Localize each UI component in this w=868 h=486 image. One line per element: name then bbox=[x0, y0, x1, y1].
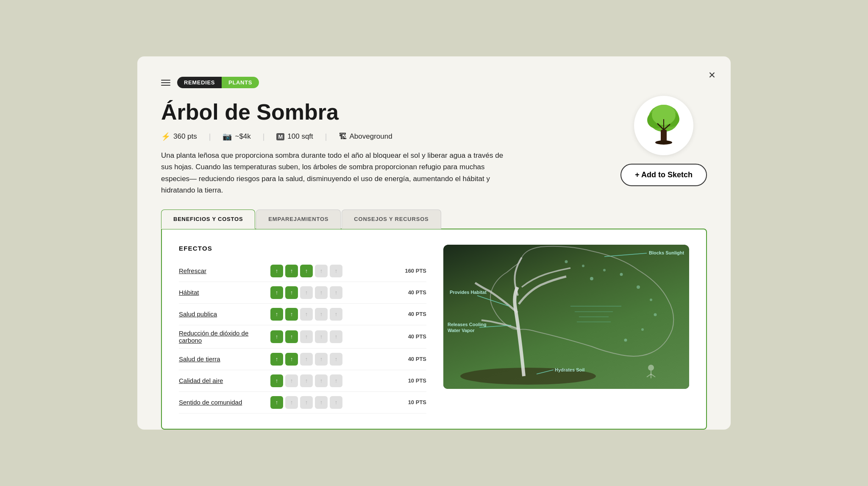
breadcrumb-remedies[interactable]: REMEDIES bbox=[177, 77, 222, 88]
placement-value: Aboveground bbox=[350, 132, 392, 141]
arrow-button[interactable]: ↑ bbox=[285, 396, 298, 409]
svg-point-18 bbox=[582, 265, 584, 267]
breadcrumb-plants[interactable]: PLANTS bbox=[222, 77, 259, 88]
effect-row: Hábitat↑↑↑↑↑40 PTS bbox=[179, 282, 426, 304]
effect-name[interactable]: Salud de tierra bbox=[179, 355, 264, 363]
svg-point-14 bbox=[650, 299, 652, 301]
description-text: Una planta leñosa que proporciona sombra… bbox=[161, 150, 509, 196]
arrows-group: ↑↑↑↑↑ bbox=[270, 308, 394, 321]
effect-name[interactable]: Sentido de comunidad bbox=[179, 399, 264, 406]
arrow-button[interactable]: ↑ bbox=[270, 265, 283, 277]
area-icon: M bbox=[276, 133, 284, 140]
arrow-button[interactable]: ↑ bbox=[270, 353, 283, 366]
svg-point-19 bbox=[565, 260, 568, 263]
effects-list: EFECTOS Refrescar↑↑↑↑↑160 PTSHábitat↑↑↑↑… bbox=[179, 245, 426, 413]
header-left: Árbol de Sombra ⚡ 360 pts | 📷 ~$4k | M 1… bbox=[161, 100, 604, 209]
svg-point-15 bbox=[654, 313, 657, 316]
arrows-group: ↑↑↑↑↑ bbox=[270, 265, 394, 277]
pts-label: 40 PTS bbox=[401, 333, 426, 340]
arrow-button[interactable]: ↑ bbox=[315, 374, 328, 387]
arrow-button[interactable]: ↑ bbox=[315, 265, 328, 277]
tree-svg-icon bbox=[640, 102, 687, 149]
tab-emparejamientos[interactable]: EMPAREJAMIENTOS bbox=[256, 209, 341, 229]
arrow-button[interactable]: ↑ bbox=[300, 330, 313, 343]
svg-point-16 bbox=[641, 328, 644, 331]
arrow-button[interactable]: ↑ bbox=[300, 353, 313, 366]
arrow-button[interactable]: ↑ bbox=[330, 353, 342, 366]
effect-name[interactable]: Calidad del aire bbox=[179, 377, 264, 384]
effect-row: Salud de tierra↑↑↑↑↑40 PTS bbox=[179, 349, 426, 370]
arrow-button[interactable]: ↑ bbox=[300, 308, 313, 321]
tab-beneficios-costos[interactable]: BENEFICIOS Y COSTOS bbox=[161, 209, 255, 229]
arrow-button[interactable]: ↑ bbox=[330, 330, 342, 343]
arrow-button[interactable]: ↑ bbox=[330, 265, 342, 277]
header-row: Árbol de Sombra ⚡ 360 pts | 📷 ~$4k | M 1… bbox=[161, 100, 707, 209]
tabs-row: BENEFICIOS Y COSTOS EMPAREJAMIENTOS CONS… bbox=[161, 209, 707, 229]
arrows-group: ↑↑↑↑↑ bbox=[270, 286, 394, 299]
effect-name[interactable]: Refrescar bbox=[179, 267, 264, 274]
arrow-button[interactable]: ↑ bbox=[330, 396, 342, 409]
pts-label: 40 PTS bbox=[401, 311, 426, 317]
tab-consejos-recursos[interactable]: CONSEJOS Y RECURSOS bbox=[342, 209, 441, 229]
tree-illustration bbox=[634, 96, 693, 155]
effect-row: Calidad del aire↑↑↑↑↑10 PTS bbox=[179, 370, 426, 392]
arrow-button[interactable]: ↑ bbox=[270, 374, 283, 387]
arrow-button[interactable]: ↑ bbox=[330, 374, 342, 387]
pts-label: 10 PTS bbox=[401, 399, 426, 405]
arrow-button[interactable]: ↑ bbox=[315, 330, 328, 343]
effect-name[interactable]: Reducción de dióxido de carbono bbox=[179, 330, 264, 344]
svg-text:Releases Cooling: Releases Cooling bbox=[448, 322, 487, 327]
header-right: + Add to Sketch bbox=[620, 96, 707, 186]
effect-name[interactable]: Salud publica bbox=[179, 310, 264, 318]
arrows-group: ↑↑↑↑↑ bbox=[270, 396, 394, 409]
add-to-sketch-button[interactable]: + Add to Sketch bbox=[620, 164, 707, 186]
svg-point-10 bbox=[590, 277, 593, 280]
arrow-button[interactable]: ↑ bbox=[300, 396, 313, 409]
arrow-button[interactable]: ↑ bbox=[285, 308, 298, 321]
svg-point-5 bbox=[655, 140, 672, 145]
arrow-button[interactable]: ↑ bbox=[270, 396, 283, 409]
arrow-button[interactable]: ↑ bbox=[330, 286, 342, 299]
tree-photo: Blocks Sunlight Provides Habitat Release… bbox=[443, 245, 689, 389]
arrow-button[interactable]: ↑ bbox=[300, 374, 313, 387]
meta-area: M 100 sqft bbox=[276, 132, 313, 141]
modal-overlay: × REMEDIES PLANTS Árbol de Sombra ⚡ 360 … bbox=[137, 56, 731, 430]
arrow-button[interactable]: ↑ bbox=[285, 374, 298, 387]
area-value: 100 sqft bbox=[287, 132, 313, 141]
arrow-button[interactable]: ↑ bbox=[270, 308, 283, 321]
svg-line-35 bbox=[647, 374, 651, 377]
points-icon: ⚡ bbox=[161, 132, 170, 141]
arrow-button[interactable]: ↑ bbox=[285, 286, 298, 299]
meta-row: ⚡ 360 pts | 📷 ~$4k | M 100 sqft | bbox=[161, 132, 604, 141]
arrow-button[interactable]: ↑ bbox=[285, 265, 298, 277]
arrow-button[interactable]: ↑ bbox=[270, 286, 283, 299]
pts-label: 10 PTS bbox=[401, 377, 426, 384]
arrow-button[interactable]: ↑ bbox=[315, 308, 328, 321]
arrow-button[interactable]: ↑ bbox=[285, 353, 298, 366]
pts-label: 40 PTS bbox=[401, 289, 426, 296]
points-value: 360 pts bbox=[173, 132, 197, 141]
page-title: Árbol de Sombra bbox=[161, 100, 604, 124]
content-panel: EFECTOS Refrescar↑↑↑↑↑160 PTSHábitat↑↑↑↑… bbox=[161, 229, 707, 430]
effect-row: Reducción de dióxido de carbono↑↑↑↑↑40 P… bbox=[179, 325, 426, 349]
effect-row: Salud publica↑↑↑↑↑40 PTS bbox=[179, 304, 426, 325]
effect-name[interactable]: Hábitat bbox=[179, 289, 264, 296]
arrow-button[interactable]: ↑ bbox=[330, 308, 342, 321]
close-button[interactable]: × bbox=[704, 67, 721, 84]
tree-photo-panel: Blocks Sunlight Provides Habitat Release… bbox=[443, 245, 689, 413]
arrow-button[interactable]: ↑ bbox=[300, 265, 313, 277]
arrow-button[interactable]: ↑ bbox=[315, 396, 328, 409]
arrow-button[interactable]: ↑ bbox=[270, 330, 283, 343]
cost-value: ~$4k bbox=[235, 132, 250, 141]
pts-label: 160 PTS bbox=[401, 268, 426, 274]
pts-label: 40 PTS bbox=[401, 356, 426, 362]
hamburger-menu-icon[interactable] bbox=[161, 80, 170, 86]
arrow-button[interactable]: ↑ bbox=[285, 330, 298, 343]
arrow-button[interactable]: ↑ bbox=[315, 286, 328, 299]
meta-placement: 🏗 Aboveground bbox=[339, 132, 392, 141]
svg-line-36 bbox=[651, 374, 655, 377]
arrow-button[interactable]: ↑ bbox=[300, 286, 313, 299]
svg-point-12 bbox=[620, 273, 623, 276]
effects-title: EFECTOS bbox=[179, 245, 426, 252]
arrow-button[interactable]: ↑ bbox=[315, 353, 328, 366]
